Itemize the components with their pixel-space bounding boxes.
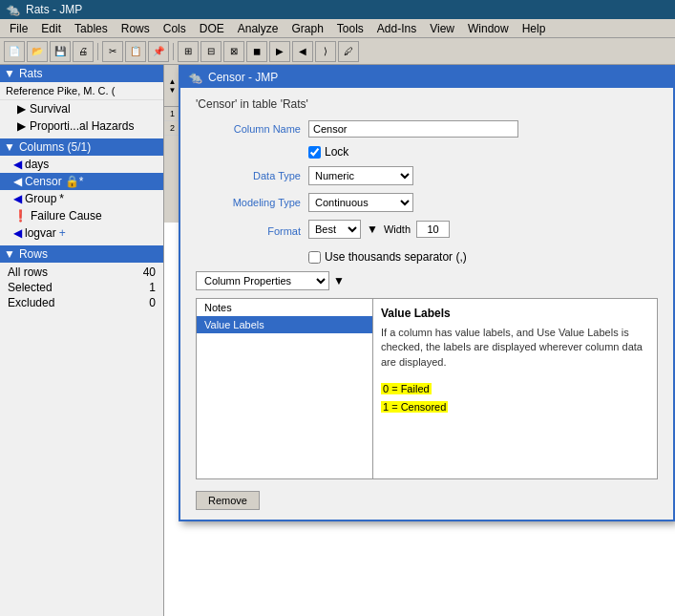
menu-analyze[interactable]: Analyze: [232, 21, 285, 36]
column-name-input[interactable]: [308, 120, 518, 138]
toolbar-btn-13[interactable]: ◀: [292, 41, 313, 62]
col-label-logvar: logvar: [25, 226, 56, 240]
col-arrow-censor: ◀: [13, 175, 22, 188]
col-icon-failure: ❗: [13, 209, 28, 223]
rats-section-header[interactable]: ▼ Rats: [0, 65, 163, 82]
toolbar-btn-9[interactable]: ⊟: [200, 41, 221, 62]
columns-label: Columns (5/1): [19, 140, 91, 154]
rows-selected: Selected 1: [2, 280, 161, 295]
column-name-row: Column Name: [196, 120, 658, 138]
columns-arrow: ▼: [4, 140, 15, 154]
menu-graph[interactable]: Graph: [285, 21, 328, 36]
left-panel: ▼ Rats Reference Pike, M. C. ( ▶ Surviva…: [0, 65, 164, 616]
remove-btn-row: Remove: [196, 485, 658, 510]
list-item-notes[interactable]: Notes: [197, 299, 372, 316]
col-label-failure: Failure Cause: [31, 209, 102, 223]
list-item-value-labels[interactable]: Value Labels: [197, 316, 372, 333]
dropdown-arrow[interactable]: ▼: [367, 223, 378, 236]
censor-dialog: 🐀 Censor - JMP 'Censor' in table 'Rats' …: [179, 65, 675, 521]
col-arrow-days: ◀: [13, 158, 22, 171]
format-label: Format: [196, 225, 301, 237]
reference-row: Reference Pike, M. C. (: [0, 82, 163, 100]
modeling-type-row: Modeling Type Continuous Nominal Ordinal: [196, 193, 658, 212]
toolbar-btn-2[interactable]: 📂: [27, 41, 48, 62]
rows-excluded-value: 0: [149, 296, 156, 309]
rows-label: Rows: [19, 247, 48, 261]
toolbar-btn-1[interactable]: 📄: [4, 41, 25, 62]
tree-arrow-survival: ▶: [17, 102, 26, 116]
toolbar-btn-12[interactable]: ▶: [269, 41, 290, 62]
col-label-group: Group: [25, 192, 56, 205]
menu-edit[interactable]: Edit: [35, 21, 67, 36]
tree-item-hazards[interactable]: ▶ Proporti...al Hazards: [0, 117, 163, 135]
toolbar-btn-7[interactable]: 📌: [148, 41, 169, 62]
data-type-select[interactable]: Numeric Character: [308, 166, 413, 185]
dialog-title: Censor - JMP: [208, 71, 278, 84]
col-item-group[interactable]: ◀ Group *: [0, 190, 163, 207]
menu-addins[interactable]: Add-Ins: [371, 21, 422, 36]
format-select[interactable]: Best: [308, 220, 361, 239]
menu-help[interactable]: Help: [517, 21, 552, 36]
col-item-failure[interactable]: ❗ Failure Cause: [0, 207, 163, 224]
toolbar-btn-8[interactable]: ⊞: [178, 41, 199, 62]
remove-button[interactable]: Remove: [196, 491, 260, 510]
data-type-row: Data Type Numeric Character: [196, 166, 658, 185]
rows-all: All rows 40: [2, 265, 161, 280]
rows-excluded: Excluded 0: [2, 295, 161, 310]
dialog-title-bar: 🐀 Censor - JMP: [180, 67, 673, 88]
app-title: Rats - JMP: [26, 3, 82, 16]
toolbar-btn-4[interactable]: 🖨: [73, 41, 94, 62]
tree-item-survival[interactable]: ▶ Survival: [0, 100, 163, 117]
toolbar-btn-11[interactable]: ◼: [246, 41, 267, 62]
toolbar-btn-15[interactable]: 🖊: [338, 41, 359, 62]
nav-up-icon[interactable]: ▲: [169, 77, 177, 86]
col-arrow-group: ◀: [13, 192, 22, 205]
menu-file[interactable]: File: [4, 21, 33, 36]
rows-all-value: 40: [143, 266, 156, 279]
tree-label-survival: Survival: [30, 102, 71, 116]
app-icon: 🐀: [6, 3, 20, 16]
rows-excluded-label: Excluded: [8, 296, 54, 309]
menu-view[interactable]: View: [424, 21, 460, 36]
toolbar-btn-3[interactable]: 💾: [50, 41, 71, 62]
properties-list: Notes Value Labels: [197, 299, 373, 478]
columns-section-header[interactable]: ▼ Columns (5/1): [0, 138, 163, 156]
nav-down-icon[interactable]: ▼: [169, 86, 177, 95]
format-row: Format Best ▼ Width: [196, 220, 658, 243]
menu-tools[interactable]: Tools: [331, 21, 369, 36]
col-label-days: days: [25, 158, 49, 171]
width-input[interactable]: [416, 221, 450, 238]
col-label-censor: Censor: [25, 175, 62, 188]
col-badges-group: *: [59, 192, 64, 205]
col-arrow-logvar: ◀: [13, 226, 22, 240]
thousands-checkbox[interactable]: [308, 251, 321, 264]
menu-window[interactable]: Window: [462, 21, 515, 36]
col-item-censor[interactable]: ◀ Censor 🔒*: [0, 173, 163, 190]
lock-checkbox[interactable]: [308, 146, 321, 159]
col-props-arrow[interactable]: ▼: [333, 274, 345, 287]
modeling-type-select[interactable]: Continuous Nominal Ordinal: [308, 193, 413, 212]
rows-section-header[interactable]: ▼ Rows: [0, 245, 163, 263]
value-labels-title: Value Labels: [381, 307, 649, 320]
separator-1: [97, 43, 98, 60]
rows-all-label: All rows: [8, 266, 48, 279]
col-item-logvar[interactable]: ◀ logvar +: [0, 224, 163, 242]
rats-label: Rats: [19, 67, 43, 80]
tree-label-hazards: Proporti...al Hazards: [30, 119, 134, 133]
menu-doe[interactable]: DOE: [194, 21, 230, 36]
menu-rows[interactable]: Rows: [116, 21, 156, 36]
menu-tables[interactable]: Tables: [69, 21, 114, 36]
menu-cols[interactable]: Cols: [158, 21, 192, 36]
rows-table: All rows 40 Selected 1 Excluded 0: [0, 263, 163, 312]
toolbar-btn-5[interactable]: ✂: [102, 41, 123, 62]
col-props-select[interactable]: Column Properties: [196, 271, 329, 290]
value-labels-description: If a column has value labels, and Use Va…: [381, 326, 649, 370]
col-item-days[interactable]: ◀ days: [0, 156, 163, 173]
dialog-bottom-pane: Notes Value Labels Value Labels If a col…: [196, 298, 658, 479]
toolbar-btn-6[interactable]: 📋: [125, 41, 146, 62]
toolbar-btn-14[interactable]: ⟩: [315, 41, 336, 62]
width-label: Width: [384, 223, 411, 235]
value-label-1: 1 = Censored: [381, 401, 448, 413]
toolbar-btn-10[interactable]: ⊠: [223, 41, 244, 62]
rows-selected-value: 1: [149, 281, 156, 294]
